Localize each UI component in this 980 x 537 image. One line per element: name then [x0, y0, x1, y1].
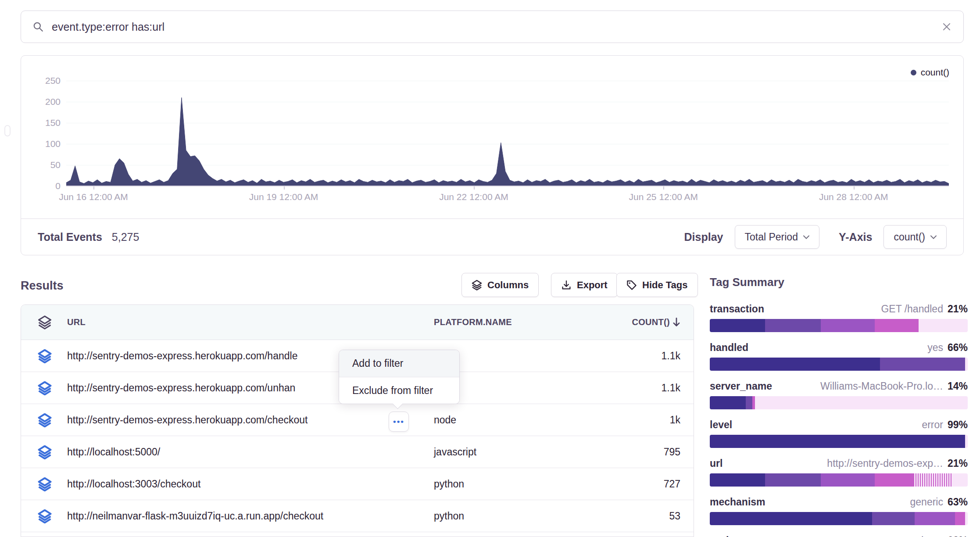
chart-footer: Total Events 5,275 Display Total Period … [21, 218, 963, 255]
tag-distribution-bar[interactable] [710, 512, 968, 525]
tag-bar-segment [765, 473, 820, 487]
count-cell[interactable]: 53 [669, 510, 680, 522]
tag-bar-segment [821, 473, 875, 487]
tag-bar-segment [710, 358, 880, 371]
tag-bar-segment [875, 473, 913, 487]
yaxis-dropdown[interactable]: count() [883, 225, 947, 249]
download-icon [561, 280, 572, 290]
url-cell[interactable]: http://neilmanvar-flask-m3uuizd7iq-uc.a.… [67, 510, 323, 522]
url-cell[interactable]: http://localhost:3003/checkout [67, 478, 200, 490]
tag-bar-segment [755, 396, 968, 409]
stack-icon [38, 477, 52, 491]
columns-button[interactable]: Columns [461, 273, 539, 297]
menu-item-add-to-filter[interactable]: Add to filter [339, 350, 459, 377]
row-actions-ellipsis-button[interactable]: ••• [389, 412, 409, 432]
clear-search-icon[interactable] [941, 21, 952, 32]
cell-context-menu: Add to filter Exclude from filter [339, 350, 460, 404]
tag-top-value: http://sentry-demos-exp… [827, 458, 943, 469]
tag-distribution-bar[interactable] [710, 319, 968, 332]
tag-percent: 63% [948, 535, 968, 537]
platform-cell[interactable]: python [434, 478, 464, 490]
display-label: Display [684, 231, 723, 243]
search-icon [32, 21, 44, 32]
y-axis-tick-label: 100 [30, 139, 61, 149]
tag-bar-segment [965, 512, 968, 525]
tag-name: mechanism [710, 496, 765, 508]
tag-top-value: error [922, 419, 943, 430]
export-button-label: Export [577, 279, 608, 291]
chevron-down-icon [803, 235, 809, 239]
export-button[interactable]: Export [551, 273, 618, 297]
tag-bar-segment [746, 396, 752, 409]
y-axis-tick-label: 250 [30, 75, 61, 86]
platform-cell[interactable]: node [434, 414, 456, 426]
count-cell[interactable]: 1k [670, 414, 680, 426]
tag-percent: 99% [948, 419, 968, 430]
tag-bar-segment [919, 319, 968, 332]
tag-distribution-bar[interactable] [710, 473, 968, 487]
url-cell[interactable]: http://sentry-demos-express.herokuapp.co… [67, 382, 295, 394]
search-input[interactable] [52, 21, 941, 33]
tag-bar-segment [915, 512, 955, 525]
count-cell[interactable]: 727 [664, 478, 680, 490]
tag-bar-segment [880, 358, 965, 371]
x-axis-tick-label: Jun 22 12:00 AM [439, 192, 508, 202]
drag-handle[interactable] [4, 125, 11, 136]
tag-name: server_name [710, 380, 772, 392]
column-header-url[interactable]: URL [67, 317, 86, 327]
search-bar[interactable] [21, 11, 964, 43]
table-row[interactable]: http://localhost:3003/checkoutpython727 [21, 468, 694, 500]
stack-icon [38, 509, 52, 523]
tag-top-value: generic [910, 496, 943, 508]
tag-distribution-bar[interactable] [710, 358, 968, 371]
display-dropdown[interactable]: Total Period [735, 225, 819, 249]
x-axis-tick-label: Jun 16 12:00 AM [59, 192, 128, 202]
events-chart-panel: count() 050100150200250Jun 16 12:00 AMJu… [21, 55, 964, 255]
tag-summary-panel: Tag Summary transactionGET /handled21%ha… [710, 276, 968, 537]
y-axis-tick-label: 150 [30, 118, 61, 128]
column-header-platform[interactable]: PLATFORM.NAME [434, 317, 512, 327]
url-cell[interactable]: http://localhost:5000/ [67, 446, 160, 458]
tag-percent: 66% [948, 342, 968, 353]
stack-icon [38, 413, 52, 427]
tag-percent: 21% [948, 458, 968, 469]
tag-name: level [710, 419, 732, 431]
url-cell[interactable]: http://sentry-demos-express.herokuapp.co… [67, 414, 308, 426]
x-axis-tick-mark [474, 186, 475, 190]
platform-cell[interactable]: python [434, 510, 464, 522]
legend-label: count() [921, 67, 949, 78]
tag-bar-segment [913, 473, 952, 487]
tag-top-value: yes [927, 342, 943, 353]
url-cell[interactable]: http://sentry-demos-express.herokuapp.co… [67, 350, 297, 362]
table-row[interactable]: http://localhost:5000/javascript795 [21, 436, 694, 468]
tag-name: handled [710, 342, 748, 354]
tag-bar-segment [875, 319, 919, 332]
table-row[interactable]: http://neilmanvar-flask-m3uuizd7iq-uc.a.… [21, 500, 694, 532]
hide-tags-button[interactable]: Hide Tags [616, 273, 698, 297]
stack-icon [472, 280, 482, 290]
tag-bar-segment [710, 473, 765, 487]
stack-icon [38, 381, 52, 395]
tag-distribution-bar[interactable] [710, 396, 968, 409]
chevron-down-icon [930, 235, 937, 239]
count-cell[interactable]: 795 [664, 446, 680, 458]
tag-distribution-bar[interactable] [710, 435, 968, 448]
tag-bar-segment [965, 435, 968, 448]
area-chart[interactable] [66, 81, 949, 186]
table-row[interactable]: http://sentry-demos-express.herokuapp.co… [21, 404, 694, 436]
x-axis-tick-mark [663, 186, 664, 190]
tag-name: transaction [710, 303, 764, 315]
display-dropdown-value: Total Period [745, 231, 798, 243]
count-cell[interactable]: 1.1k [662, 382, 680, 394]
menu-item-exclude-from-filter[interactable]: Exclude from filter [339, 377, 459, 404]
column-header-count-label: COUNT() [632, 317, 670, 327]
sort-desc-arrow-icon [672, 318, 680, 327]
total-events-label: Total Events [38, 231, 102, 243]
tag-top-value: express-demo [879, 535, 943, 537]
chart-baseline [66, 186, 949, 186]
column-header-count[interactable]: COUNT() [632, 317, 680, 327]
legend-dot-icon [911, 70, 916, 75]
count-cell[interactable]: 1.1k [662, 350, 680, 362]
platform-cell[interactable]: javascript [434, 446, 476, 458]
tag-bar-segment [821, 319, 875, 332]
